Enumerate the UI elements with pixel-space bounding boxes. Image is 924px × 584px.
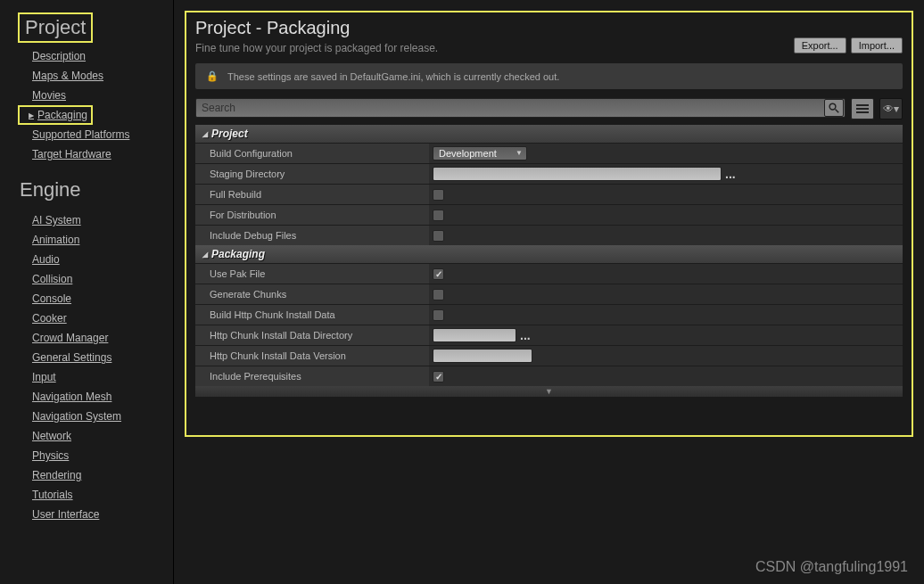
property-row: Staging Directory... bbox=[195, 163, 903, 184]
property-row: For Distribution bbox=[195, 204, 903, 225]
property-label: Http Chunk Install Data Directory bbox=[195, 325, 429, 345]
sidebar-item-physics[interactable]: Physics bbox=[18, 446, 173, 465]
sidebar-item-packaging[interactable]: Packaging bbox=[18, 105, 93, 125]
property-value: ... bbox=[429, 164, 903, 184]
property-row: Build ConfigurationDevelopment bbox=[195, 143, 903, 163]
checkbox[interactable] bbox=[433, 210, 444, 221]
property-label: Include Prerequisites bbox=[195, 366, 429, 386]
sidebar-item-collision[interactable]: Collision bbox=[18, 269, 173, 289]
sidebar-item-supported-platforms[interactable]: Supported Platforms bbox=[18, 125, 173, 144]
property-value: Development bbox=[429, 144, 903, 163]
svg-rect-2 bbox=[856, 104, 869, 106]
property-row: Include Debug Files bbox=[195, 225, 903, 245]
checkbox[interactable] bbox=[433, 371, 444, 382]
property-value bbox=[429, 305, 903, 325]
category-header: Engine bbox=[18, 173, 173, 207]
sidebar-item-movies[interactable]: Movies bbox=[18, 86, 173, 105]
main-area: Project - Packaging Fine tune how your p… bbox=[174, 0, 924, 584]
category-header: Project bbox=[18, 12, 93, 43]
property-label: Use Pak File bbox=[195, 264, 429, 284]
property-label: Http Chunk Install Data Version bbox=[195, 346, 429, 366]
property-row: Full Rebuild bbox=[195, 184, 903, 204]
checkbox[interactable] bbox=[433, 230, 444, 242]
property-value: ... bbox=[429, 325, 903, 345]
page-subtitle: Fine tune how your project is packaged f… bbox=[195, 42, 438, 54]
property-row: Http Chunk Install Data Directory... bbox=[195, 325, 903, 345]
svg-line-1 bbox=[836, 110, 839, 113]
text-input[interactable] bbox=[433, 349, 532, 363]
sidebar-item-animation[interactable]: Animation bbox=[18, 230, 173, 250]
expand-section-icon[interactable]: ▼ bbox=[195, 386, 903, 397]
browse-button[interactable]: ... bbox=[520, 331, 531, 340]
property-label: For Distribution bbox=[195, 205, 429, 225]
property-row: Include Prerequisites bbox=[195, 366, 903, 386]
search-icon[interactable] bbox=[824, 99, 844, 117]
sidebar: ProjectDescriptionMaps & ModesMoviesPack… bbox=[0, 0, 174, 584]
property-value bbox=[429, 346, 903, 366]
text-input[interactable] bbox=[433, 328, 516, 342]
section-header[interactable]: Project bbox=[195, 125, 903, 143]
info-bar: 🔒 These settings are saved in DefaultGam… bbox=[195, 63, 903, 89]
checkbox[interactable] bbox=[433, 309, 444, 321]
property-row: Generate Chunks bbox=[195, 284, 903, 304]
sidebar-item-input[interactable]: Input bbox=[18, 367, 173, 387]
property-value bbox=[429, 366, 903, 386]
text-input[interactable] bbox=[433, 167, 722, 181]
checkbox[interactable] bbox=[433, 289, 444, 300]
checkbox[interactable] bbox=[433, 268, 444, 280]
property-value bbox=[429, 226, 903, 245]
property-label: Generate Chunks bbox=[195, 284, 429, 304]
sidebar-item-general-settings[interactable]: General Settings bbox=[18, 348, 173, 367]
lock-icon: 🔒 bbox=[206, 70, 219, 82]
property-row: Build Http Chunk Install Data bbox=[195, 304, 903, 325]
sidebar-item-cooker[interactable]: Cooker bbox=[18, 308, 173, 328]
checkbox[interactable] bbox=[433, 189, 444, 201]
svg-rect-4 bbox=[856, 111, 869, 113]
sidebar-item-user-interface[interactable]: User Interface bbox=[18, 505, 173, 524]
list-view-icon[interactable] bbox=[851, 98, 874, 119]
sidebar-item-network[interactable]: Network bbox=[18, 426, 173, 446]
property-label: Build Http Chunk Install Data bbox=[195, 305, 429, 325]
property-value bbox=[429, 185, 903, 204]
dropdown[interactable]: Development bbox=[433, 146, 527, 160]
property-row: Use Pak File bbox=[195, 263, 903, 284]
settings-panel: Project - Packaging Fine tune how your p… bbox=[185, 11, 913, 437]
property-value bbox=[429, 264, 903, 284]
property-label: Full Rebuild bbox=[195, 185, 429, 204]
sidebar-item-navigation-mesh[interactable]: Navigation Mesh bbox=[18, 387, 173, 407]
sidebar-item-audio[interactable]: Audio bbox=[18, 250, 173, 269]
sidebar-item-maps-modes[interactable]: Maps & Modes bbox=[18, 66, 173, 86]
property-label: Include Debug Files bbox=[195, 226, 429, 245]
sidebar-item-target-hardware[interactable]: Target Hardware bbox=[18, 144, 173, 164]
sidebar-item-description[interactable]: Description bbox=[18, 46, 173, 66]
info-text: These settings are saved in DefaultGame.… bbox=[227, 71, 559, 82]
page-title: Project - Packaging bbox=[195, 18, 438, 38]
sidebar-item-tutorials[interactable]: Tutorials bbox=[18, 485, 173, 505]
property-label: Build Configuration bbox=[195, 144, 429, 163]
svg-rect-3 bbox=[856, 108, 869, 110]
export-button[interactable]: Export... bbox=[794, 37, 846, 53]
search-input[interactable] bbox=[195, 98, 846, 118]
sidebar-item-navigation-system[interactable]: Navigation System bbox=[18, 407, 173, 426]
sidebar-item-ai-system[interactable]: AI System bbox=[18, 210, 173, 230]
property-value bbox=[429, 205, 903, 225]
property-label: Staging Directory bbox=[195, 164, 429, 184]
visibility-toggle-icon[interactable]: 👁▾ bbox=[879, 98, 903, 119]
sidebar-item-console[interactable]: Console bbox=[18, 289, 173, 308]
property-value bbox=[429, 284, 903, 304]
browse-button[interactable]: ... bbox=[725, 169, 736, 178]
sidebar-item-rendering[interactable]: Rendering bbox=[18, 465, 173, 485]
search-box bbox=[195, 98, 846, 119]
svg-point-0 bbox=[829, 103, 836, 110]
import-button[interactable]: Import... bbox=[851, 37, 903, 53]
section-header[interactable]: Packaging bbox=[195, 245, 903, 263]
sidebar-item-crowd-manager[interactable]: Crowd Manager bbox=[18, 328, 173, 348]
property-row: Http Chunk Install Data Version bbox=[195, 345, 903, 366]
watermark: CSDN @tangfuling1991 bbox=[755, 559, 908, 575]
